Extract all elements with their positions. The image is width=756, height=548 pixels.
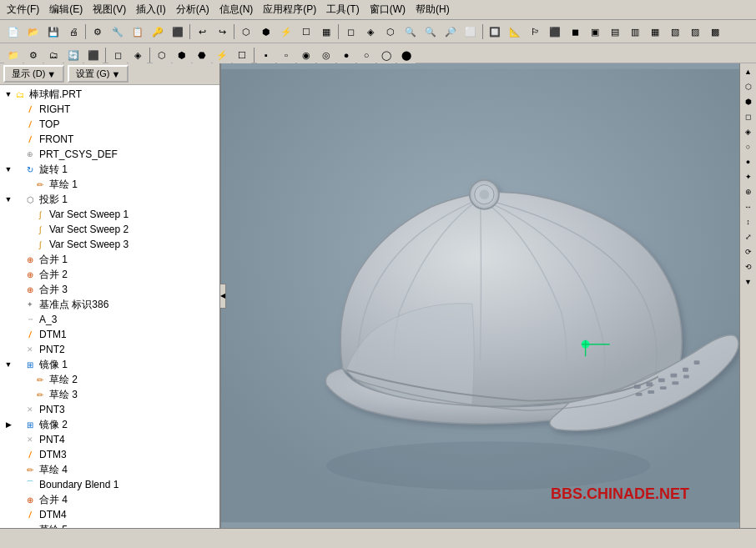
project1-expand[interactable]: ▼ (3, 195, 13, 204)
tree-item-merge2[interactable]: ⊕ 合并 2 (2, 267, 218, 282)
right-tb-10[interactable]: ↔ (742, 200, 755, 214)
right-tb-12[interactable]: ⤢ (742, 230, 755, 244)
menu-file[interactable]: 文件(F) (2, 2, 44, 18)
viewport[interactable]: BBS.CHINADE.NET (221, 63, 739, 528)
tb-btn-6[interactable]: 🔧 (108, 23, 127, 41)
show-btn[interactable]: 显示 (D) ▼ (3, 65, 64, 83)
menu-info[interactable]: 信息(N) (214, 2, 259, 18)
tb2-btn-7[interactable]: ◈ (129, 46, 147, 64)
tree-item-merge3[interactable]: ⊕ 合并 3 (2, 282, 218, 297)
tb-btn-12[interactable]: ⬡ (237, 23, 255, 41)
new-btn[interactable]: 📄 (4, 23, 23, 41)
menu-app[interactable]: 应用程序(P) (258, 2, 321, 18)
tb2-btn-12[interactable]: ☐ (233, 46, 251, 64)
menu-insert[interactable]: 插入(I) (131, 2, 170, 18)
tree-item-project1[interactable]: ▼ ⬡ 投影 1 (2, 192, 218, 207)
tree-item-merge4[interactable]: ⊕ 合并 4 (2, 492, 218, 507)
right-tb-15[interactable]: ▼ (742, 275, 755, 289)
right-tb-3[interactable]: ⬢ (742, 95, 755, 108)
right-tb-8[interactable]: ✦ (742, 170, 755, 184)
tb-btn-24[interactable]: 🔲 (486, 23, 504, 41)
tb-btn-20[interactable]: 🔍 (401, 23, 420, 41)
tb2-btn-11[interactable]: ⚡ (213, 46, 231, 64)
settings-btn[interactable]: 设置 (G) ▼ (68, 65, 129, 83)
tree-item-dtm4[interactable]: / DTM4 (2, 507, 218, 522)
model-tree[interactable]: ▼ 🗂 棒球帽.PRT / RIGHT / TOP (0, 85, 219, 528)
tb-btn-33[interactable]: ▧ (666, 23, 684, 41)
tree-item-datum386[interactable]: ✦ 基准点 标识386 (2, 297, 218, 312)
tb2-btn-17[interactable]: ● (337, 46, 355, 64)
right-tb-13[interactable]: ⟳ (742, 245, 755, 259)
tb2-btn-4[interactable]: 🔄 (64, 46, 83, 64)
tb-btn-18[interactable]: ◈ (361, 23, 380, 41)
right-tb-5[interactable]: ◈ (742, 125, 755, 138)
tree-root[interactable]: ▼ 🗂 棒球帽.PRT (2, 87, 218, 102)
tb2-btn-9[interactable]: ⬢ (173, 46, 191, 64)
tb-btn-30[interactable]: ▤ (606, 23, 624, 41)
tb-btn-15[interactable]: ☐ (297, 23, 315, 41)
right-tb-2[interactable]: ⬡ (742, 80, 755, 93)
tb2-btn-13[interactable]: ▪ (257, 46, 275, 64)
tree-item-pnt2[interactable]: ✕ PNT2 (2, 342, 218, 357)
tb2-btn-15[interactable]: ◉ (297, 46, 315, 64)
menu-help[interactable]: 帮助(H) (411, 2, 455, 18)
tb-btn-16[interactable]: ▦ (317, 23, 335, 41)
tree-item-pnt3[interactable]: ✕ PNT3 (2, 402, 218, 417)
tree-item-varsweep3[interactable]: ∫ Var Sect Sweep 3 (2, 237, 218, 252)
save-btn[interactable]: 💾 (44, 23, 63, 41)
tree-item-right[interactable]: / RIGHT (2, 102, 218, 117)
menu-tools[interactable]: 工具(T) (321, 2, 364, 18)
tb2-btn-1[interactable]: 📁 (4, 46, 23, 64)
tree-item-mirror2[interactable]: ▶ ⊞ 镜像 2 (2, 417, 218, 432)
right-tb-7[interactable]: ● (742, 155, 755, 168)
tree-item-varsweep2[interactable]: ∫ Var Sect Sweep 2 (2, 222, 218, 237)
open-btn[interactable]: 📂 (24, 23, 43, 41)
right-tb-1[interactable]: ▲ (742, 65, 755, 78)
redo-btn[interactable]: ↪ (213, 23, 231, 41)
tb-btn-5[interactable]: ⚙ (88, 23, 107, 41)
tb-btn-27[interactable]: ⬛ (546, 23, 564, 41)
tree-item-a3[interactable]: ╌ A_3 (2, 312, 218, 327)
tree-item-boundary1[interactable]: ⌒ Boundary Blend 1 (2, 477, 218, 492)
panel-collapse-btn[interactable]: ◀ (219, 284, 226, 309)
tb2-btn-18[interactable]: ○ (357, 46, 375, 64)
menu-edit[interactable]: 编辑(E) (44, 2, 88, 18)
tb-btn-25[interactable]: 📐 (506, 23, 524, 41)
undo-btn[interactable]: ↩ (193, 23, 211, 41)
tb-btn-13[interactable]: ⬢ (257, 23, 275, 41)
root-expand[interactable]: ▼ (3, 90, 13, 98)
tree-item-sketch1[interactable]: ✏ 草绘 1 (2, 177, 218, 192)
mirror2-expand[interactable]: ▶ (3, 420, 13, 429)
zoom-out-btn[interactable]: 🔎 (441, 23, 460, 41)
tb-btn-17[interactable]: ◻ (341, 23, 360, 41)
tb-btn-35[interactable]: ▩ (706, 23, 724, 41)
tree-item-sketch3[interactable]: ✏ 草绘 3 (2, 387, 218, 402)
tb-btn-23[interactable]: ⬜ (461, 23, 480, 41)
menu-analysis[interactable]: 分析(A) (171, 2, 214, 18)
tree-item-varsweep1[interactable]: ∫ Var Sect Sweep 1 (2, 207, 218, 222)
tb-btn-7[interactable]: 📋 (129, 23, 147, 41)
mirror1-expand[interactable]: ▼ (3, 360, 13, 369)
print-btn[interactable]: 🖨 (64, 23, 83, 41)
tree-item-dtm1[interactable]: / DTM1 (2, 327, 218, 342)
tree-item-front[interactable]: / FRONT (2, 132, 218, 147)
tb2-btn-3[interactable]: 🗂 (44, 46, 63, 64)
tb-btn-14[interactable]: ⚡ (277, 23, 295, 41)
tree-item-sketch2[interactable]: ✏ 草绘 2 (2, 372, 218, 387)
tb-btn-29[interactable]: ▣ (586, 23, 604, 41)
tb-btn-31[interactable]: ▥ (626, 23, 644, 41)
tree-item-sketch5[interactable]: ✏ 草绘 5 (2, 522, 218, 528)
tb2-btn-20[interactable]: ⬤ (397, 46, 416, 64)
tree-item-top[interactable]: / TOP (2, 117, 218, 132)
tree-item-pnt4[interactable]: ✕ PNT4 (2, 432, 218, 447)
zoom-in-btn[interactable]: 🔍 (421, 23, 440, 41)
menu-window[interactable]: 窗口(W) (365, 2, 411, 18)
tb2-btn-5[interactable]: ⬛ (84, 46, 103, 64)
tb-btn-34[interactable]: ▨ (686, 23, 704, 41)
menu-view[interactable]: 视图(V) (88, 2, 131, 18)
tree-item-csys[interactable]: ⊕ PRT_CSYS_DEF (2, 147, 218, 162)
tb2-btn-6[interactable]: ◻ (108, 46, 127, 64)
tb2-btn-2[interactable]: ⚙ (24, 46, 43, 64)
tree-item-revolve1[interactable]: ▼ ↻ 旋转 1 (2, 162, 218, 177)
right-tb-9[interactable]: ⊕ (742, 185, 755, 199)
